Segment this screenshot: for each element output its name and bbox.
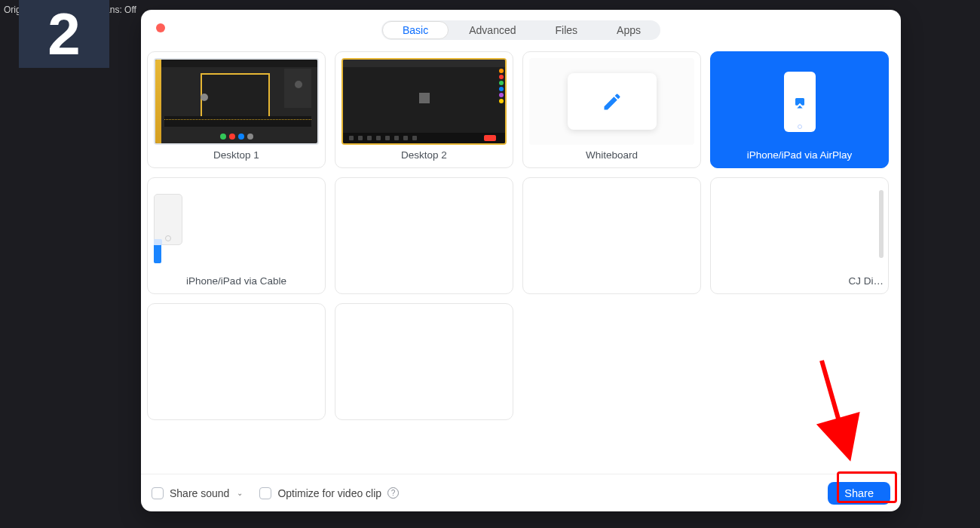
source-desktop-2[interactable]: Desktop 2 [335, 51, 513, 168]
share-sound-checkbox[interactable]: Share sound ⌄ [152, 487, 243, 499]
thumbnail-blank [529, 184, 694, 271]
source-label: iPhone/iPad via AirPlay [747, 149, 853, 161]
source-blank-2[interactable] [522, 177, 701, 294]
thumbnail-cable [154, 184, 319, 271]
source-iphone-airplay[interactable]: iPhone/iPad via AirPlay [710, 51, 889, 168]
category-tabs: Basic Advanced Files Apps [381, 20, 660, 40]
source-window-n[interactable]: n [335, 303, 513, 420]
tab-basic[interactable]: Basic [382, 21, 449, 39]
source-blank-1[interactable] [335, 177, 513, 294]
source-whiteboard[interactable]: Whiteboard [522, 51, 701, 168]
optimize-label: Optimize for video clip [277, 487, 381, 499]
tab-advanced[interactable]: Advanced [449, 20, 535, 40]
window-traffic-lights[interactable] [156, 23, 165, 32]
share-button[interactable]: Share [828, 482, 890, 505]
thumbnail-whiteboard [529, 58, 694, 145]
pen-icon [602, 91, 623, 112]
share-sound-label: Share sound [170, 487, 229, 499]
thumbnail-blank [341, 184, 507, 271]
source-window-truncated[interactable]: CJ Di… [710, 177, 889, 294]
source-blank-3[interactable] [147, 303, 326, 420]
source-label: Whiteboard [586, 149, 638, 161]
airplay-icon [793, 96, 807, 109]
phone-icon [154, 194, 182, 245]
tab-files[interactable]: Files [536, 20, 598, 40]
source-iphone-cable[interactable]: iPhone/iPad via Cable [147, 177, 326, 294]
thumbnail-window: n [341, 310, 507, 397]
optimize-video-checkbox[interactable]: Optimize for video clip ? [259, 487, 399, 499]
thumbnail-airplay [717, 58, 882, 145]
step-number-badge: 2 [19, 0, 109, 68]
source-label: CJ Di… [849, 275, 884, 287]
checkbox-icon [259, 487, 271, 499]
thumbnail-desktop-2 [341, 58, 507, 145]
share-sources-grid: Desktop 1 Desktop 2 Whiteboard [141, 44, 901, 474]
cable-icon [154, 244, 161, 263]
thumbnail-desktop-1 [154, 58, 319, 145]
modal-footer: Share sound ⌄ Optimize for video clip ? … [141, 474, 901, 511]
source-desktop-1[interactable]: Desktop 1 [147, 51, 326, 168]
share-screen-modal: Basic Advanced Files Apps Desktop 1 [141, 10, 901, 511]
thumbnail-window [717, 184, 884, 271]
modal-header: Basic Advanced Files Apps [141, 10, 901, 44]
source-label: Desktop 1 [213, 149, 259, 161]
thumbnail-blank [154, 310, 319, 397]
checkbox-icon [152, 487, 164, 499]
close-icon[interactable] [156, 23, 165, 32]
source-label: iPhone/iPad via Cable [186, 275, 286, 287]
chevron-down-icon[interactable]: ⌄ [237, 489, 243, 497]
phone-icon [784, 72, 816, 132]
help-icon[interactable]: ? [387, 487, 399, 499]
tab-apps[interactable]: Apps [597, 20, 660, 40]
source-label: Desktop 2 [401, 149, 447, 161]
